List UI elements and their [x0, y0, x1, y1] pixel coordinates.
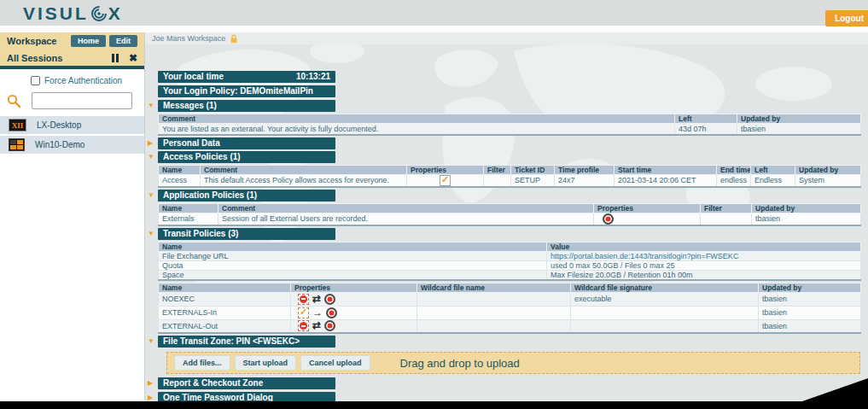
col-left: Left — [675, 114, 737, 124]
policy-updated-by: tbasien — [752, 213, 861, 225]
caret-down-icon[interactable]: ▼ — [148, 154, 154, 161]
logo-text-left: VISUL — [23, 3, 89, 24]
logo-text-right: X — [108, 3, 123, 24]
rule-wildcard-signature: executable — [571, 292, 759, 306]
file-transit-zone-title: File Transit Zone: PIN <FWSEKC> — [163, 336, 300, 348]
table-header-row: Name Properties Wildcard file name Wildc… — [159, 283, 861, 292]
policy-comment: Session of all External Users are record… — [218, 213, 594, 225]
section-bar-personal-data[interactable]: Personal Data — [158, 137, 335, 149]
pause-icon[interactable] — [112, 54, 119, 62]
lock-icon — [230, 34, 238, 44]
caret-right-icon[interactable]: ▶ — [148, 380, 153, 387]
file-exchange-url-link[interactable]: https://portal.basien.de:1443/transitlog… — [547, 251, 861, 260]
search-row — [0, 89, 144, 116]
caret-right-icon[interactable]: ▶ — [148, 140, 153, 147]
home-button[interactable]: Home — [71, 35, 106, 47]
policy-name: Externals — [159, 213, 218, 225]
policy-start-time: 2021-03-14 20:06 CET — [615, 174, 717, 187]
block-icon — [298, 320, 309, 331]
file-drop-zone[interactable]: Add files... Start upload Cancel upload … — [166, 352, 860, 374]
local-time-value: 10:13:21 — [296, 71, 330, 83]
application-policy-row: Externals Session of all External Users … — [159, 213, 861, 225]
checked-checkbox-icon — [298, 307, 309, 318]
info-name: Quota — [159, 260, 547, 270]
add-files-button[interactable]: Add files... — [174, 355, 230, 371]
local-time-bar[interactable]: Your local time 10:13:21 — [158, 71, 335, 83]
access-policy-row: Access This default Access Policy allows… — [159, 174, 861, 187]
access-policies-title: Access Policies (1) — [163, 151, 241, 163]
transit-info-table: Name Value File Exchange URL https://por… — [158, 242, 861, 281]
transit-rule-row: EXTERNALS-In → tbasien — [159, 306, 861, 319]
session-item-lx-desktop[interactable]: XII LX-Desktop — [0, 116, 144, 134]
application-policies-table: Name Comment Properties Filter Updated b… — [158, 203, 861, 226]
policy-left: Endless — [751, 174, 795, 187]
workspace-breadcrumb: Joe Mans Workspace — [152, 34, 225, 43]
rule-name: NOEXEC — [159, 292, 291, 306]
login-policy-label: Your Login Policy: DEMOmiteMailPin — [163, 85, 313, 97]
caret-right-icon[interactable]: ▶ — [148, 394, 153, 401]
messages-table: Comment Left Updated by You are listed a… — [158, 114, 861, 136]
caret-down-icon[interactable]: ▼ — [148, 102, 154, 109]
rule-wildcard-name — [417, 292, 571, 306]
policy-filter — [484, 174, 511, 187]
top-header — [0, 0, 868, 26]
policy-filter — [701, 213, 752, 225]
close-icon[interactable]: ✖ — [129, 54, 137, 62]
info-name: File Exchange URL — [159, 251, 547, 260]
cancel-upload-button[interactable]: Cancel upload — [300, 355, 370, 371]
force-auth-checkbox[interactable] — [31, 76, 40, 85]
workspace-sections: Your local time 10:13:21 Your Login Poli… — [158, 44, 860, 404]
all-sessions-label: All Sessions — [7, 53, 62, 63]
transit-info-row: Space Max Filesize 20.0GB / Retention 01… — [159, 270, 861, 280]
section-bar-report-checkout[interactable]: Report & Checkout Zone — [158, 377, 335, 389]
rule-updated-by: tbasien — [759, 306, 861, 319]
policy-comment: This default Access Policy allows access… — [201, 174, 407, 187]
rule-wildcard-name — [417, 319, 571, 333]
both-arrows-icon: ⇄ — [312, 320, 321, 331]
workspace-header-row: Workspace Home Edit — [0, 32, 144, 50]
section-bar-otp-dialog[interactable]: One Time Password Dialog — [158, 392, 335, 404]
session-label: Win10-Demo — [35, 140, 84, 149]
login-policy-bar[interactable]: Your Login Policy: DEMOmiteMailPin — [158, 85, 335, 97]
col-updated-by: Updated by — [737, 114, 861, 124]
search-input[interactable] — [32, 92, 132, 109]
edit-button[interactable]: Edit — [109, 35, 137, 47]
info-value: used 0 max 50.0GB / Files 0 max 25 — [547, 260, 861, 270]
section-bar-application-policies[interactable]: Application Policies (1) — [158, 190, 335, 202]
policy-ticket-id: SETUP — [511, 174, 555, 187]
access-policies-table: Name Comment Properties Filter Ticket ID… — [158, 165, 861, 188]
start-upload-button[interactable]: Start upload — [235, 355, 297, 371]
visulox-logo: VISUL X — [23, 3, 123, 24]
section-bar-file-transit-zone[interactable]: File Transit Zone: PIN <FWSEKC> — [158, 336, 335, 348]
force-auth-label: Force Authentication — [44, 76, 122, 85]
transit-policies-title: Transit Policies (3) — [163, 228, 238, 240]
section-bar-transit-policies[interactable]: Transit Policies (3) — [158, 228, 335, 240]
rule-wildcard-signature — [571, 319, 759, 333]
policy-updated-by: System — [795, 174, 861, 187]
transit-rule-row: EXTERNAL-Out ⇄ tbasien — [159, 319, 861, 333]
search-icon[interactable] — [7, 94, 21, 108]
section-bar-access-policies[interactable]: Access Policies (1) — [158, 151, 335, 163]
record-icon — [324, 294, 335, 305]
messages-title: Messages (1) — [163, 100, 217, 112]
caret-down-icon[interactable]: ▼ — [148, 338, 154, 345]
checked-checkbox-icon — [440, 175, 451, 186]
local-time-label: Your local time — [163, 71, 224, 83]
top-header-lower-band — [0, 26, 868, 32]
message-comment: You are listed as an exteranal. Your act… — [159, 124, 675, 135]
session-item-win10-demo[interactable]: Win10-Demo — [0, 136, 144, 154]
rule-updated-by: tbasien — [759, 292, 861, 306]
caret-down-icon[interactable]: ▼ — [148, 231, 154, 237]
table-header-row: Name Comment Properties Filter Ticket ID… — [159, 165, 861, 174]
section-bar-messages[interactable]: Messages (1) — [158, 100, 335, 112]
all-sessions-header-row: All Sessions ✖ — [0, 50, 144, 66]
info-value: Max Filesize 20.0GB / Retention 01h 00m — [547, 270, 861, 280]
rule-name: EXTERNAL-Out — [159, 319, 291, 333]
caret-down-icon[interactable]: ▼ — [148, 192, 154, 199]
logout-button[interactable]: Logout — [825, 10, 868, 26]
windows-icon — [9, 138, 25, 151]
session-label: LX-Desktop — [37, 120, 81, 130]
col-comment: Comment — [159, 114, 675, 124]
transit-rule-row: NOEXEC ⇄ executable tbasien — [159, 292, 861, 306]
both-arrows-icon: ⇄ — [312, 294, 321, 305]
